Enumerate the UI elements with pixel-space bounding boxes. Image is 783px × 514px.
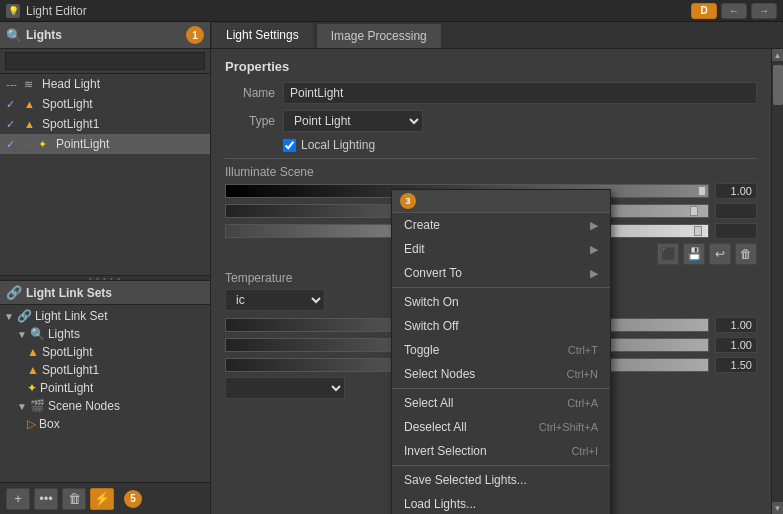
ctx-deselect-all[interactable]: Deselect All Ctrl+Shift+A — [392, 415, 610, 439]
link-item-point[interactable]: ✦ PointLight — [0, 379, 210, 397]
save-icon[interactable]: 💾 — [683, 243, 705, 265]
tree-item-spotlight2[interactable]: ✓ ▲ SpotLight1 — [0, 114, 210, 134]
slider-knob-2[interactable] — [690, 206, 698, 216]
btn-prev[interactable]: ← — [721, 3, 747, 19]
right-scrollbar: ▲ ▼ — [771, 49, 783, 514]
ctx-edit-label: Edit — [404, 242, 425, 256]
lights-tree: --- ≋ Head Light ✓ ▲ SpotLight ✓ ▲ SpotL… — [0, 74, 210, 275]
lights-label: Lights — [26, 28, 62, 42]
ctx-save-lights[interactable]: Save Selected Lights... — [392, 468, 610, 492]
scroll-down[interactable]: ▼ — [772, 502, 784, 514]
context-menu-badge: 3 — [400, 193, 416, 209]
headlight-label: Head Light — [42, 77, 100, 91]
slider-knob-1[interactable] — [698, 186, 706, 196]
add-button[interactable]: + — [6, 488, 30, 510]
ctx-edit[interactable]: Edit ▶ — [392, 237, 610, 261]
slider-val-2[interactable] — [715, 203, 757, 219]
ctx-save-lights-label: Save Selected Lights... — [404, 473, 527, 487]
tree-item-spotlight1[interactable]: ✓ ▲ SpotLight — [0, 94, 210, 114]
scroll-up[interactable]: ▲ — [772, 49, 784, 61]
ctx-switch-off-label: Switch Off — [404, 319, 458, 333]
ctx-invert-shortcut: Ctrl+I — [571, 445, 598, 457]
link-item-spot2[interactable]: ▲ SpotLight1 — [0, 361, 210, 379]
right-panel: Light Settings Image Processing Properti… — [211, 22, 783, 514]
spotlight1-check: ✓ — [6, 98, 20, 111]
link-lights-icon: 🔍 — [30, 327, 45, 341]
btn-d[interactable]: D — [691, 3, 717, 19]
ctx-toggle-shortcut: Ctrl+T — [568, 344, 598, 356]
tabs-bar: Light Settings Image Processing — [211, 22, 783, 49]
type-select[interactable]: Point Light Spot Light Directional Light — [283, 110, 423, 132]
color-pick-icon[interactable]: ⬛ — [657, 243, 679, 265]
extra-val-1[interactable] — [715, 317, 757, 333]
spotlight1-label: SpotLight — [42, 97, 93, 111]
ctx-select-nodes[interactable]: Select Nodes Ctrl+N — [392, 362, 610, 386]
more-button[interactable]: ••• — [34, 488, 58, 510]
link-sets-section: 🔗 Light Link Sets ▼ 🔗 Light Link Set ▼ 🔍… — [0, 281, 210, 482]
ctx-create[interactable]: Create ▶ — [392, 213, 610, 237]
btn-next[interactable]: → — [751, 3, 777, 19]
ctx-convert[interactable]: Convert To ▶ — [392, 261, 610, 285]
link-sets-label: Light Link Sets — [26, 286, 112, 300]
delete-icon[interactable]: 🗑 — [735, 243, 757, 265]
slider-val-3[interactable] — [715, 223, 757, 239]
search-input[interactable] — [5, 52, 205, 70]
link-sets-icon: 🔗 — [6, 285, 22, 300]
tab-light-settings[interactable]: Light Settings — [211, 22, 314, 48]
ctx-switch-on-label: Switch On — [404, 295, 459, 309]
type-label: Type — [225, 114, 275, 128]
undo-icon[interactable]: ↩ — [709, 243, 731, 265]
lights-dropdown-badge[interactable]: 1 — [186, 26, 204, 44]
name-label: Name — [225, 86, 275, 100]
link-lights-label: Lights — [48, 327, 80, 341]
window-controls: D ← → — [691, 3, 777, 19]
pointlight-check: ✓ — [6, 138, 20, 151]
toolbar-badge-5: 5 — [124, 490, 142, 508]
tree-item-pointlight[interactable]: ✓ --- ✦ PointLight — [0, 134, 210, 154]
local-lighting-label: Local Lighting — [301, 138, 375, 152]
ctx-switch-on[interactable]: Switch On — [392, 290, 610, 314]
link-scene-expand: ▼ — [17, 401, 27, 412]
bottom-toolbar: + ••• 🗑 ⚡ 5 — [0, 482, 210, 514]
link-item-set[interactable]: ▼ 🔗 Light Link Set — [0, 307, 210, 325]
link-point-label: PointLight — [40, 381, 93, 395]
local-lighting-checkbox[interactable] — [283, 139, 296, 152]
bottom-select[interactable] — [225, 377, 345, 399]
type-row: Type Point Light Spot Light Directional … — [225, 110, 757, 132]
scroll-track[interactable] — [772, 61, 783, 502]
slider-knob-3[interactable] — [694, 226, 702, 236]
right-content-wrap: Properties Name Type Point Light Spot Li… — [211, 49, 783, 514]
slider-val-1[interactable] — [715, 183, 757, 199]
ctx-switch-off[interactable]: Switch Off — [392, 314, 610, 338]
link-item-scene[interactable]: ▼ 🎬 Scene Nodes — [0, 397, 210, 415]
ctx-deselect-all-shortcut: Ctrl+Shift+A — [539, 421, 598, 433]
ctx-load-lights[interactable]: Load Lights... — [392, 492, 610, 514]
link-button[interactable]: ⚡ — [90, 488, 114, 510]
ctx-divider-3 — [392, 465, 610, 466]
ctx-select-all[interactable]: Select All Ctrl+A — [392, 391, 610, 415]
ctx-invert-label: Invert Selection — [404, 444, 487, 458]
extra-val-2[interactable] — [715, 337, 757, 353]
ctx-invert-selection[interactable]: Invert Selection Ctrl+I — [392, 439, 610, 463]
link-item-spot1[interactable]: ▲ SpotLight — [0, 343, 210, 361]
ctx-divider-1 — [392, 287, 610, 288]
link-spot1-label: SpotLight — [42, 345, 93, 359]
ctx-select-nodes-shortcut: Ctrl+N — [567, 368, 598, 380]
link-item-lights[interactable]: ▼ 🔍 Lights — [0, 325, 210, 343]
tab-image-processing[interactable]: Image Processing — [316, 23, 442, 48]
ctx-select-all-shortcut: Ctrl+A — [567, 397, 598, 409]
scroll-thumb[interactable] — [773, 65, 783, 105]
divider1 — [225, 158, 757, 159]
pointlight-dash: --- — [24, 139, 34, 150]
link-item-box[interactable]: ▷ Box — [0, 415, 210, 433]
ctx-load-lights-label: Load Lights... — [404, 497, 476, 511]
pointlight-label: PointLight — [56, 137, 109, 151]
extra-val-3[interactable] — [715, 357, 757, 373]
tree-item-headlight[interactable]: --- ≋ Head Light — [0, 74, 210, 94]
name-input[interactable] — [283, 82, 757, 104]
ctx-toggle[interactable]: Toggle Ctrl+T — [392, 338, 610, 362]
delete-button[interactable]: 🗑 — [62, 488, 86, 510]
spotlight1-icon: ▲ — [24, 98, 38, 110]
color-select[interactable]: ic — [225, 289, 325, 311]
link-lights-expand: ▼ — [17, 329, 27, 340]
